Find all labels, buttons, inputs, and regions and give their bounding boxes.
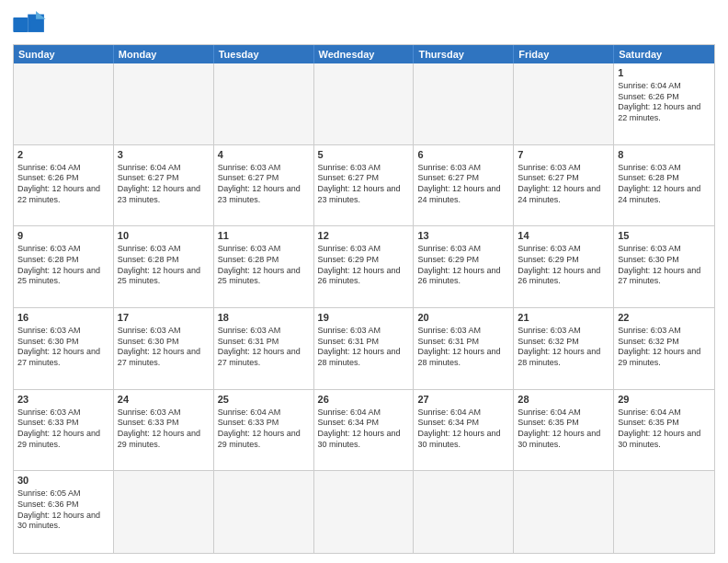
- cal-cell-1-2: 4Sunrise: 6:03 AMSunset: 6:27 PMDaylight…: [214, 145, 314, 226]
- cell-content: Sunrise: 6:03 AMSunset: 6:31 PMDaylight:…: [218, 326, 310, 369]
- header-day-wednesday: Wednesday: [314, 45, 415, 63]
- page: SundayMondayTuesdayWednesdayThursdayFrid…: [0, 0, 728, 563]
- cell-content: Sunrise: 6:03 AMSunset: 6:32 PMDaylight:…: [618, 326, 711, 369]
- header-day-sunday: Sunday: [14, 45, 114, 63]
- cell-content: Sunrise: 6:03 AMSunset: 6:27 PMDaylight:…: [417, 163, 509, 206]
- day-number: 25: [218, 393, 310, 407]
- cal-cell-3-4: 20Sunrise: 6:03 AMSunset: 6:31 PMDayligh…: [414, 308, 514, 389]
- cell-content: Sunrise: 6:03 AMSunset: 6:30 PMDaylight:…: [118, 326, 210, 369]
- cal-cell-1-1: 3Sunrise: 6:04 AMSunset: 6:27 PMDaylight…: [114, 145, 214, 226]
- cal-cell-0-1: [114, 63, 214, 144]
- cal-cell-3-1: 17Sunrise: 6:03 AMSunset: 6:30 PMDayligh…: [114, 308, 214, 389]
- header-day-saturday: Saturday: [614, 45, 714, 63]
- day-number: 28: [518, 393, 609, 407]
- cell-content: Sunrise: 6:03 AMSunset: 6:31 PMDaylight:…: [318, 326, 410, 369]
- calendar: SundayMondayTuesdayWednesdayThursdayFrid…: [13, 44, 715, 554]
- logo-icon: [13, 11, 46, 39]
- day-number: 19: [318, 311, 410, 325]
- day-number: 29: [618, 393, 711, 407]
- cal-cell-2-6: 15Sunrise: 6:03 AMSunset: 6:30 PMDayligh…: [614, 226, 714, 307]
- cell-content: Sunrise: 6:03 AMSunset: 6:27 PMDaylight:…: [218, 163, 310, 206]
- logo: [13, 11, 50, 39]
- cal-cell-0-5: [514, 63, 614, 144]
- cell-content: Sunrise: 6:04 AMSunset: 6:33 PMDaylight:…: [218, 408, 310, 451]
- cal-cell-2-3: 12Sunrise: 6:03 AMSunset: 6:29 PMDayligh…: [314, 226, 415, 307]
- day-number: 13: [417, 229, 509, 243]
- cal-cell-3-5: 21Sunrise: 6:03 AMSunset: 6:32 PMDayligh…: [514, 308, 614, 389]
- day-number: 2: [17, 148, 109, 162]
- day-number: 9: [17, 229, 109, 243]
- cal-cell-1-5: 7Sunrise: 6:03 AMSunset: 6:27 PMDaylight…: [514, 145, 614, 226]
- day-number: 30: [17, 474, 109, 488]
- cal-cell-0-6: 1Sunrise: 6:04 AMSunset: 6:26 PMDaylight…: [614, 63, 714, 144]
- cal-cell-1-3: 5Sunrise: 6:03 AMSunset: 6:27 PMDaylight…: [314, 145, 415, 226]
- cal-cell-2-2: 11Sunrise: 6:03 AMSunset: 6:28 PMDayligh…: [214, 226, 314, 307]
- cal-cell-5-5: [514, 471, 614, 553]
- week-row-1: 2Sunrise: 6:04 AMSunset: 6:26 PMDaylight…: [14, 145, 714, 227]
- day-number: 3: [118, 148, 210, 162]
- day-number: 11: [218, 229, 310, 243]
- cell-content: Sunrise: 6:03 AMSunset: 6:29 PMDaylight:…: [518, 244, 609, 287]
- cell-content: Sunrise: 6:03 AMSunset: 6:32 PMDaylight:…: [518, 326, 609, 369]
- day-number: 15: [618, 229, 711, 243]
- cal-cell-3-3: 19Sunrise: 6:03 AMSunset: 6:31 PMDayligh…: [314, 308, 415, 389]
- cal-cell-3-0: 16Sunrise: 6:03 AMSunset: 6:30 PMDayligh…: [14, 308, 114, 389]
- day-number: 6: [417, 148, 509, 162]
- cal-cell-0-4: [414, 63, 514, 144]
- cell-content: Sunrise: 6:05 AMSunset: 6:36 PMDaylight:…: [17, 488, 109, 532]
- cal-cell-3-2: 18Sunrise: 6:03 AMSunset: 6:31 PMDayligh…: [214, 308, 314, 389]
- day-number: 24: [118, 393, 210, 407]
- day-number: 8: [618, 148, 711, 162]
- day-number: 7: [518, 148, 609, 162]
- header: [13, 11, 715, 39]
- cell-content: Sunrise: 6:04 AMSunset: 6:34 PMDaylight:…: [318, 408, 410, 451]
- cal-cell-5-4: [414, 471, 514, 553]
- cell-content: Sunrise: 6:03 AMSunset: 6:30 PMDaylight:…: [618, 244, 711, 287]
- day-number: 18: [218, 311, 310, 325]
- day-number: 16: [17, 311, 109, 325]
- cal-cell-2-0: 9Sunrise: 6:03 AMSunset: 6:28 PMDaylight…: [14, 226, 114, 307]
- cell-content: Sunrise: 6:03 AMSunset: 6:31 PMDaylight:…: [417, 326, 509, 369]
- cell-content: Sunrise: 6:04 AMSunset: 6:34 PMDaylight:…: [417, 408, 509, 451]
- cal-cell-5-3: [314, 471, 415, 553]
- cell-content: Sunrise: 6:03 AMSunset: 6:27 PMDaylight:…: [318, 163, 410, 206]
- week-row-4: 23Sunrise: 6:03 AMSunset: 6:33 PMDayligh…: [14, 390, 714, 472]
- day-number: 27: [417, 393, 509, 407]
- calendar-body: 1Sunrise: 6:04 AMSunset: 6:26 PMDaylight…: [14, 63, 714, 553]
- header-day-monday: Monday: [114, 45, 214, 63]
- cell-content: Sunrise: 6:04 AMSunset: 6:35 PMDaylight:…: [618, 408, 711, 451]
- cal-cell-4-5: 28Sunrise: 6:04 AMSunset: 6:35 PMDayligh…: [514, 390, 614, 471]
- cell-content: Sunrise: 6:03 AMSunset: 6:28 PMDaylight:…: [118, 244, 210, 287]
- cal-cell-5-6: [614, 471, 714, 553]
- cal-cell-4-4: 27Sunrise: 6:04 AMSunset: 6:34 PMDayligh…: [414, 390, 514, 471]
- cal-cell-1-0: 2Sunrise: 6:04 AMSunset: 6:26 PMDaylight…: [14, 145, 114, 226]
- cal-cell-4-0: 23Sunrise: 6:03 AMSunset: 6:33 PMDayligh…: [14, 390, 114, 471]
- cal-cell-1-4: 6Sunrise: 6:03 AMSunset: 6:27 PMDaylight…: [414, 145, 514, 226]
- day-number: 10: [118, 229, 210, 243]
- day-number: 12: [318, 229, 410, 243]
- day-number: 4: [218, 148, 310, 162]
- day-number: 17: [118, 311, 210, 325]
- week-row-3: 16Sunrise: 6:03 AMSunset: 6:30 PMDayligh…: [14, 308, 714, 390]
- day-number: 14: [518, 229, 609, 243]
- day-number: 5: [318, 148, 410, 162]
- week-row-2: 9Sunrise: 6:03 AMSunset: 6:28 PMDaylight…: [14, 226, 714, 308]
- cell-content: Sunrise: 6:03 AMSunset: 6:33 PMDaylight:…: [118, 408, 210, 451]
- week-row-5: 30Sunrise: 6:05 AMSunset: 6:36 PMDayligh…: [14, 471, 714, 553]
- cell-content: Sunrise: 6:04 AMSunset: 6:26 PMDaylight:…: [618, 81, 711, 124]
- cell-content: Sunrise: 6:03 AMSunset: 6:30 PMDaylight:…: [17, 326, 109, 369]
- day-number: 22: [618, 311, 711, 325]
- cal-cell-2-5: 14Sunrise: 6:03 AMSunset: 6:29 PMDayligh…: [514, 226, 614, 307]
- cal-cell-5-0: 30Sunrise: 6:05 AMSunset: 6:36 PMDayligh…: [14, 471, 114, 553]
- cal-cell-4-1: 24Sunrise: 6:03 AMSunset: 6:33 PMDayligh…: [114, 390, 214, 471]
- cal-cell-5-1: [114, 471, 214, 553]
- cell-content: Sunrise: 6:04 AMSunset: 6:26 PMDaylight:…: [17, 163, 109, 206]
- svg-rect-0: [13, 17, 28, 32]
- cal-cell-2-1: 10Sunrise: 6:03 AMSunset: 6:28 PMDayligh…: [114, 226, 214, 307]
- header-day-thursday: Thursday: [414, 45, 514, 63]
- svg-marker-3: [31, 21, 42, 31]
- cell-content: Sunrise: 6:03 AMSunset: 6:28 PMDaylight:…: [618, 163, 711, 206]
- cell-content: Sunrise: 6:03 AMSunset: 6:28 PMDaylight:…: [218, 244, 310, 287]
- header-day-tuesday: Tuesday: [214, 45, 314, 63]
- week-row-0: 1Sunrise: 6:04 AMSunset: 6:26 PMDaylight…: [14, 63, 714, 145]
